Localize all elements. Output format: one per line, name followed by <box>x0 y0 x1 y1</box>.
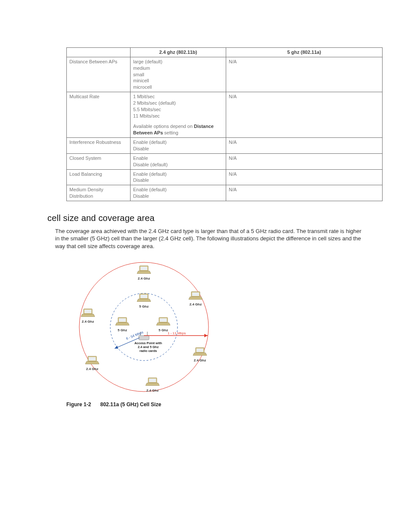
diagram-label: 2.4 Ghz <box>138 277 150 280</box>
diagram-label: 2.4 Ghz <box>86 367 98 371</box>
row-5ghz: N/A <box>226 57 383 92</box>
figure-title: 802.11a (5 GHz) Cell Size <box>100 401 161 408</box>
row-24ghz: 1 Mbit/sec 2 Mbits/sec (default) 5.5 Mbi… <box>131 92 226 138</box>
diagram-center-line1: Access Point with <box>134 341 162 345</box>
cell-size-diagram: 2.4 Ghz 2.4 Ghz 2.4 Ghz 2.4 Ghz 2.4 Ghz … <box>66 258 364 396</box>
diagram-label: 5 Ghz <box>139 305 149 308</box>
frequency-spec-table: 2.4 ghz (802.11b) 5 ghz (802.11a) Distan… <box>66 47 383 201</box>
table-header-row: 2.4 ghz (802.11b) 5 ghz (802.11a) <box>67 48 383 57</box>
multicast-note: Available options depend on Distance Bet… <box>133 123 223 136</box>
laptop-icon <box>81 309 95 317</box>
table-row: Medium Density Distribution Enable (defa… <box>67 185 383 201</box>
laptop-icon <box>156 317 170 325</box>
row-name: Load Balancing <box>67 169 131 185</box>
diagram-label: 5 Ghz <box>159 328 168 332</box>
laptop-icon <box>146 378 159 386</box>
header-empty <box>67 48 131 57</box>
row-5ghz: N/A <box>226 153 383 169</box>
row-name: Interference Robustness <box>67 138 131 154</box>
table-row: Multicast Rate 1 Mbit/sec 2 Mbits/sec (d… <box>67 92 383 138</box>
table-row: Distance Between APs large (default) med… <box>67 57 383 92</box>
row-5ghz: N/A <box>226 185 383 201</box>
diagram-label: 2.4 Ghz <box>194 358 206 362</box>
row-24ghz: Enable (default) Disable <box>131 185 226 201</box>
table-row: Closed System Enable Disable (default) N… <box>67 153 383 169</box>
diagram-label: 5 Ghz <box>118 328 127 332</box>
diagram-label: 2.4 Ghz <box>146 389 159 392</box>
table-row: Load Balancing Enable (default) Disable … <box>67 169 383 185</box>
figure-label: Figure 1-2 <box>66 401 91 408</box>
diagram-label: 2.4 Ghz <box>82 320 94 324</box>
header-5ghz: 5 ghz (802.11a) <box>226 48 383 57</box>
row-24ghz: large (default) medium small minicell mi… <box>131 57 226 92</box>
row-24ghz: Enable (default) Disable <box>131 138 226 154</box>
row-24ghz: Enable (default) Disable <box>131 169 226 185</box>
laptop-icon <box>85 356 99 364</box>
row-5ghz: N/A <box>226 169 383 185</box>
row-name: Closed System <box>67 153 131 169</box>
diagram-label: 2.4 Ghz <box>190 302 202 306</box>
laptop-icon <box>137 294 151 302</box>
row-name: Multicast Rate <box>67 92 131 138</box>
row-5ghz: N/A <box>226 138 383 154</box>
row-name: Medium Density Distribution <box>67 185 131 201</box>
row-name: Distance Between APs <box>67 57 131 92</box>
svg-point-5 <box>79 262 209 392</box>
laptop-icon <box>115 317 129 325</box>
section-heading: cell size and coverage area <box>47 212 364 224</box>
figure-caption: Figure 1-2 802.11a (5 GHz) Cell Size <box>66 401 364 408</box>
row-24ghz: Enable Disable (default) <box>131 153 226 169</box>
header-24ghz: 2.4 ghz (802.11b) <box>131 48 226 57</box>
table-row: Interference Robustness Enable (default)… <box>67 138 383 154</box>
section-paragraph: The coverage area achieved with the 2.4 … <box>55 227 364 250</box>
diagram-center-line3: radio cards <box>140 349 157 353</box>
diagram-range-red: 1 - 11 Mbps <box>168 331 186 335</box>
row-5ghz: N/A <box>226 92 383 138</box>
diagram-center-line2: 2.4 and 5 Ghz <box>138 345 159 349</box>
laptop-icon <box>137 266 151 274</box>
